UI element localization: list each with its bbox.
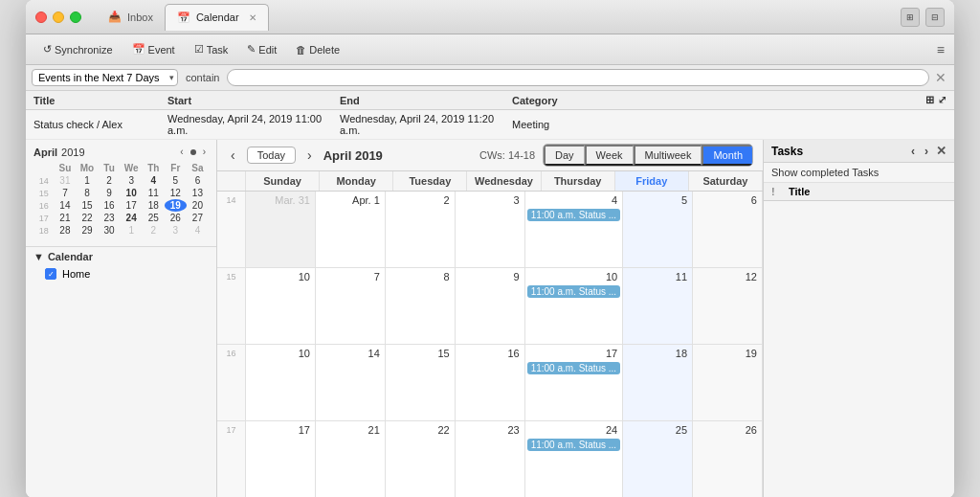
mini-cal-day[interactable]: 4 xyxy=(143,174,165,187)
cal-cell[interactable]: 10 xyxy=(246,268,316,345)
edit-button[interactable]: ✎ Edit xyxy=(239,41,284,57)
mini-cal-day[interactable]: 12 xyxy=(165,187,187,199)
mini-cal-prev-button[interactable]: ‹ xyxy=(177,146,186,158)
mini-cal-day[interactable]: 3 xyxy=(165,224,187,237)
mini-cal-day[interactable]: 6 xyxy=(187,174,209,187)
home-calendar-checkbox[interactable]: ✓ xyxy=(45,268,56,280)
mini-cal-day[interactable]: 18 xyxy=(143,199,165,212)
synchronize-button[interactable]: ↺ Synchronize xyxy=(35,41,121,57)
cal-event[interactable]: 11:00 a.m. Status ... xyxy=(527,285,621,298)
event-button[interactable]: 📅 Event xyxy=(124,41,183,57)
cal-cell[interactable]: Mar. 31 xyxy=(246,192,316,268)
view-month-button[interactable]: Month xyxy=(702,145,752,166)
view-week-button[interactable]: Week xyxy=(585,145,634,166)
mini-cal-day[interactable]: 13 xyxy=(187,187,209,199)
cal-cell[interactable]: 7 xyxy=(316,268,386,345)
cal-cell[interactable]: 5 xyxy=(623,192,693,268)
cal-cell[interactable]: 16 xyxy=(456,345,525,421)
mini-cal-day[interactable]: 29 xyxy=(76,224,98,237)
mini-cal-day[interactable]: 16 xyxy=(99,199,121,212)
view-day-button[interactable]: Day xyxy=(544,145,585,166)
close-button[interactable] xyxy=(35,11,47,23)
mini-cal-day[interactable]: 24 xyxy=(121,212,143,224)
cal-event[interactable]: 11:00 a.m. Status ... xyxy=(527,362,621,374)
filter-dropdown[interactable]: Events in the Next 7 Days xyxy=(32,69,178,86)
mini-cal-day[interactable]: 21 xyxy=(54,212,76,224)
cal-cell[interactable]: 25 xyxy=(623,421,693,497)
mini-cal-day[interactable]: 19 xyxy=(165,199,187,212)
mini-cal-day[interactable]: 1 xyxy=(121,224,143,237)
tasks-show-completed[interactable]: Show completed Tasks xyxy=(764,163,954,183)
cal-cell[interactable]: Apr. 1 xyxy=(316,192,386,268)
mini-cal-day[interactable]: 27 xyxy=(187,212,209,224)
mini-cal-day[interactable]: 17 xyxy=(121,199,143,212)
mini-cal-day[interactable]: 9 xyxy=(99,187,121,199)
cal-cell[interactable]: 10 xyxy=(246,345,316,421)
calendar-item-home[interactable]: ✓ Home xyxy=(26,266,216,282)
mini-cal-day[interactable]: 20 xyxy=(187,199,209,212)
window-ctrl-1[interactable]: ⊞ xyxy=(901,8,920,27)
mini-cal-day[interactable]: 22 xyxy=(76,212,98,224)
cal-cell[interactable]: 22 xyxy=(386,421,456,497)
tab-close-icon[interactable]: ✕ xyxy=(249,12,256,23)
tab-inbox[interactable]: 📥 Inbox xyxy=(97,4,165,31)
tasks-next-button[interactable]: › xyxy=(921,145,932,158)
mini-cal-day[interactable]: 7 xyxy=(54,187,76,199)
cal-today-button[interactable]: Today xyxy=(247,147,296,164)
cal-event[interactable]: 11:00 a.m. Status ... xyxy=(527,209,621,221)
mini-cal-day[interactable]: 8 xyxy=(76,187,98,199)
cal-cell[interactable]: 17 xyxy=(246,421,316,497)
cal-cell[interactable]: 9 xyxy=(456,268,525,345)
cal-next-button[interactable]: › xyxy=(303,146,316,165)
mini-cal-next-button[interactable]: › xyxy=(200,146,209,158)
minimize-button[interactable] xyxy=(53,11,64,23)
calendars-section-label[interactable]: ▼ Calendar xyxy=(26,246,216,266)
menu-icon[interactable]: ≡ xyxy=(937,42,945,57)
tasks-prev-button[interactable]: ‹ xyxy=(907,145,919,158)
mini-cal-day[interactable]: 25 xyxy=(143,212,165,224)
cal-cell[interactable]: 14 xyxy=(316,345,386,421)
mini-cal-day[interactable]: 11 xyxy=(143,187,165,199)
cal-cell[interactable]: 3 xyxy=(456,192,525,268)
mini-cal-day[interactable]: 1 xyxy=(76,174,98,187)
event-row[interactable]: Status check / Alex Wednesday, April 24,… xyxy=(26,110,954,140)
cal-cell[interactable]: 2411:00 a.m. Status ... xyxy=(525,421,624,497)
cal-cell[interactable]: 1711:00 a.m. Status ... xyxy=(525,345,624,421)
cal-cell[interactable]: 23 xyxy=(456,421,525,497)
mini-cal-day[interactable]: 30 xyxy=(99,224,121,237)
cal-event[interactable]: 11:00 a.m. Status ... xyxy=(527,439,621,451)
view-multiweek-button[interactable]: Multiweek xyxy=(634,145,702,166)
cal-cell[interactable]: 1011:00 a.m. Status ... xyxy=(525,268,624,345)
cal-cell[interactable]: 19 xyxy=(693,345,763,421)
maximize-button[interactable] xyxy=(70,11,81,23)
cal-cell[interactable]: 11 xyxy=(623,268,693,345)
filter-search-input[interactable] xyxy=(227,69,929,86)
mini-cal-day[interactable]: 26 xyxy=(165,212,187,224)
cal-prev-button[interactable]: ‹ xyxy=(227,146,239,165)
cal-cell[interactable]: 2 xyxy=(386,192,456,268)
cal-cell[interactable]: 8 xyxy=(386,268,456,345)
mini-cal-day[interactable]: 10 xyxy=(121,187,143,199)
cal-cell[interactable]: 26 xyxy=(693,421,763,497)
mini-cal-day[interactable]: 28 xyxy=(54,224,76,237)
window-ctrl-2[interactable]: ⊟ xyxy=(925,8,945,27)
mini-cal-day[interactable]: 5 xyxy=(165,174,187,187)
mini-cal-day[interactable]: 2 xyxy=(143,224,165,237)
delete-button[interactable]: 🗑 Delete xyxy=(288,42,347,57)
mini-cal-day[interactable]: 3 xyxy=(121,174,143,187)
col-expand-icon[interactable]: ⤢ xyxy=(938,94,947,106)
col-settings-icon[interactable]: ⊞ xyxy=(925,94,934,106)
mini-cal-day[interactable]: 14 xyxy=(54,199,76,212)
task-button[interactable]: ☑ Task xyxy=(187,41,236,57)
mini-cal-day[interactable]: 15 xyxy=(76,199,98,212)
cal-cell[interactable]: 411:00 a.m. Status ... xyxy=(525,192,624,268)
mini-cal-day[interactable]: 31 xyxy=(54,174,76,187)
filter-clear-button[interactable]: ✕ xyxy=(933,70,948,85)
cal-cell[interactable]: 21 xyxy=(316,421,386,497)
cal-cell[interactable]: 6 xyxy=(693,192,763,268)
mini-cal-day[interactable]: 23 xyxy=(99,212,121,224)
tab-calendar[interactable]: 📅 Calendar ✕ xyxy=(165,4,269,31)
cal-cell[interactable]: 15 xyxy=(386,345,456,421)
cal-cell[interactable]: 18 xyxy=(623,345,693,421)
mini-cal-day[interactable]: 4 xyxy=(187,224,209,237)
